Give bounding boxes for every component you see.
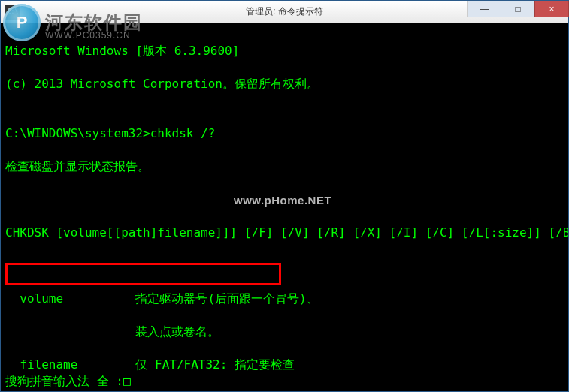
console-output[interactable]: Microsoft Windows [版本 6.3.9600] (c) 2013… — [1, 23, 568, 391]
output-line: 装入点或卷名。 — [5, 324, 564, 340]
app-icon: C:\ — [5, 5, 20, 20]
prompt-line: C:\WINDOWS\system32>chkdsk /? — [5, 125, 564, 142]
maximize-button[interactable]: □ — [501, 1, 535, 17]
minimize-button[interactable]: — — [467, 1, 501, 17]
output-line: volume 指定驱动器号(后面跟一个冒号)、 — [5, 291, 564, 307]
output-line: CHKDSK [volume[[path]filename]]] [/F] [/… — [5, 225, 564, 241]
output-line: filename 仅 FAT/FAT32: 指定要检查 — [5, 357, 564, 373]
output-line: (c) 2013 Microsoft Corporation。保留所有权利。 — [5, 76, 564, 92]
window-controls: — □ × — [467, 1, 568, 23]
cmd-window: C:\ 管理员: 命令提示符 — □ × Microsoft Windows [… — [0, 0, 569, 392]
window-title: 管理员: 命令提示符 — [246, 5, 323, 18]
red-highlight-box — [5, 263, 281, 285]
close-button[interactable]: × — [534, 1, 569, 17]
ime-status: 搜狗拼音输入法 全 :□ — [1, 372, 568, 391]
titlebar[interactable]: C:\ 管理员: 命令提示符 — □ × — [1, 1, 568, 23]
watermark-center-text: www.pHome.NET — [234, 192, 331, 209]
output-line: 检查磁盘并显示状态报告。 — [5, 158, 564, 175]
output-line: Microsoft Windows [版本 6.3.9600] — [5, 43, 564, 59]
